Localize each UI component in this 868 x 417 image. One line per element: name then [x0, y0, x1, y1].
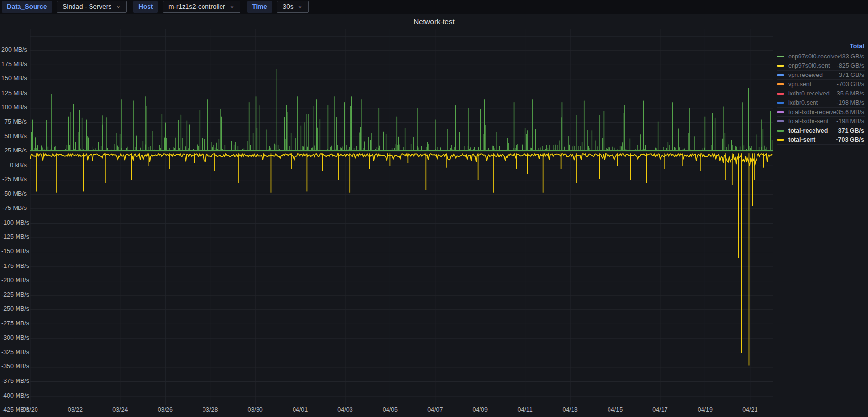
y-axis-tick-label: -225 MB/s: [1, 291, 27, 298]
datasource-label: Data_Source: [2, 1, 52, 13]
legend-series-name: enp97s0f0.received: [788, 53, 839, 60]
var-group-time: Time 30s ⌄: [247, 1, 309, 13]
series-color-swatch: [777, 93, 784, 95]
x-axis-tick-label: 04/07: [420, 406, 451, 413]
x-axis-tick-label: 04/03: [330, 406, 361, 413]
y-axis-tick-label: 75 MB/s: [1, 118, 27, 125]
y-axis-tick-label: -50 MB/s: [1, 190, 27, 197]
y-axis-tick-label: 175 MB/s: [1, 61, 27, 68]
series-color-swatch: [777, 130, 784, 132]
x-axis-tick-label: 03/30: [240, 406, 271, 413]
legend-series-name: total-sent: [788, 136, 836, 143]
x-axis-tick-label: 04/09: [464, 406, 496, 413]
x-axis-tick-label: 03/24: [105, 406, 136, 413]
series-color-swatch: [777, 120, 784, 122]
y-axis-tick-label: -125 MB/s: [1, 233, 27, 240]
legend-series-total: 371 GB/s: [838, 127, 864, 134]
y-axis-tick-label: -200 MB/s: [1, 277, 27, 284]
y-axis-tick-label: 25 MB/s: [1, 147, 27, 154]
x-axis-tick-label: 03/26: [149, 406, 181, 413]
legend-total-header: Total: [777, 42, 865, 52]
legend-series-name: lxdbr0.received: [788, 90, 837, 97]
x-axis-tick-label: 03/28: [195, 406, 226, 413]
y-axis-tick-label: 200 MB/s: [1, 46, 27, 53]
legend-row-total-received[interactable]: total-received371 GB/s: [777, 126, 865, 135]
var-group-host: Host m-r1z1s2-controller ⌄: [133, 1, 240, 13]
y-axis-tick-label: 100 MB/s: [1, 104, 27, 111]
legend-series-total: -198 MB/s: [836, 118, 864, 125]
legend-series-name: total-received: [788, 127, 838, 134]
series-color-swatch: [777, 83, 784, 85]
legend-series-total: -198 MB/s: [836, 99, 864, 106]
x-axis-tick-label: 04/15: [600, 406, 631, 413]
x-axis-tick-label: 04/11: [510, 406, 541, 413]
x-axis-tick-label: 03/22: [59, 406, 91, 413]
y-axis-tick-label: -250 MB/s: [1, 305, 27, 312]
y-axis-tick-label: -75 MB/s: [1, 205, 27, 211]
var-group-datasource: Data_Source Sindad - Servers ⌄: [2, 1, 127, 13]
y-axis-tick-label: -400 MB/s: [1, 392, 27, 399]
legend-row-total-lxdbr-received[interactable]: total-lxdbr-received35.6 MB/s: [777, 108, 865, 117]
chevron-down-icon: ⌄: [116, 4, 121, 8]
x-axis-tick-label: 04/21: [735, 406, 766, 413]
network-panel: Network-test 200 MB/s175 MB/s150 MB/s125…: [0, 14, 868, 417]
legend-table: Total enp97s0f0.received433 GB/senp97s0f…: [777, 42, 865, 145]
host-value: m-r1z1s2-controller: [168, 3, 225, 11]
y-axis-tick-label: -175 MB/s: [1, 263, 27, 269]
time-value: 30s: [283, 3, 294, 11]
x-axis-tick-label: 04/01: [285, 406, 316, 413]
legend-series-total: -703 GB/s: [837, 81, 864, 88]
series-color-swatch: [777, 74, 784, 76]
y-axis-tick-label: -100 MB/s: [1, 219, 27, 226]
chevron-down-icon: ⌄: [298, 4, 303, 8]
y-axis-tick-label: 125 MB/s: [1, 90, 27, 96]
y-axis-tick-label: 0 kB/s: [1, 162, 27, 169]
series-color-swatch: [777, 65, 784, 67]
y-axis-tick-label: -150 MB/s: [1, 248, 27, 255]
x-axis-tick-label: 04/19: [689, 406, 720, 413]
legend-row-total-sent[interactable]: total-sent-703 GB/s: [777, 135, 865, 145]
legend-series-name: vpn.received: [788, 72, 839, 78]
legend-series-name: lxdbr0.sent: [788, 99, 836, 106]
legend-row-vpn.received[interactable]: vpn.received371 GB/s: [777, 71, 865, 80]
datasource-select[interactable]: Sindad - Servers ⌄: [57, 1, 127, 13]
y-axis-tick-label: -275 MB/s: [1, 320, 27, 327]
series-color-swatch: [777, 56, 784, 57]
legend-row-lxdbr0.received[interactable]: lxdbr0.received35.6 MB/s: [777, 89, 865, 98]
y-axis-tick-label: 150 MB/s: [1, 75, 27, 82]
datasource-value: Sindad - Servers: [63, 3, 112, 11]
time-series-plot[interactable]: [0, 14, 868, 417]
legend-series-name: total-lxdbr-received: [788, 109, 837, 115]
host-select[interactable]: m-r1z1s2-controller ⌄: [163, 1, 240, 13]
series-color-swatch: [777, 111, 784, 113]
grafana-dashboard: Data_Source Sindad - Servers ⌄ Host m-r1…: [0, 0, 868, 417]
y-axis-tick-label: -25 MB/s: [1, 176, 27, 183]
series-color-swatch: [777, 102, 784, 104]
legend-row-total-lxdbr-sent[interactable]: total-lxdbr-sent-198 MB/s: [777, 117, 865, 126]
legend-series-name: enp97s0f0.sent: [788, 62, 837, 69]
legend-row-vpn.sent[interactable]: vpn.sent-703 GB/s: [777, 80, 865, 89]
legend-row-enp97s0f0.received[interactable]: enp97s0f0.received433 GB/s: [777, 52, 865, 61]
variables-toolbar: Data_Source Sindad - Servers ⌄ Host m-r1…: [0, 0, 868, 14]
y-axis-tick-label: 50 MB/s: [1, 133, 27, 140]
y-axis-tick-label: -300 MB/s: [1, 334, 27, 341]
time-label: Time: [247, 1, 272, 13]
x-axis-tick-label: 04/17: [645, 406, 676, 413]
legend-series-total: 35.6 MB/s: [837, 109, 864, 115]
legend-series-total: 433 GB/s: [839, 53, 864, 60]
legend-row-enp97s0f0.sent[interactable]: enp97s0f0.sent-825 GB/s: [777, 61, 865, 71]
time-select[interactable]: 30s ⌄: [277, 1, 309, 13]
x-axis-tick-label: 03/20: [15, 406, 46, 413]
legend-series-name: total-lxdbr-sent: [788, 118, 836, 125]
y-axis-tick-label: -375 MB/s: [1, 378, 27, 384]
y-axis-tick-label: -325 MB/s: [1, 349, 27, 356]
legend-series-name: vpn.sent: [788, 81, 837, 88]
legend-series-total: 371 GB/s: [839, 72, 864, 78]
legend-series-total: 35.6 MB/s: [837, 90, 864, 97]
chevron-down-icon: ⌄: [229, 4, 234, 8]
x-axis-tick-label: 04/05: [374, 406, 406, 413]
legend-series-total: -703 GB/s: [836, 136, 864, 143]
host-label: Host: [133, 1, 158, 13]
legend-row-lxdbr0.sent[interactable]: lxdbr0.sent-198 MB/s: [777, 98, 865, 108]
legend-series-total: -825 GB/s: [837, 62, 864, 69]
